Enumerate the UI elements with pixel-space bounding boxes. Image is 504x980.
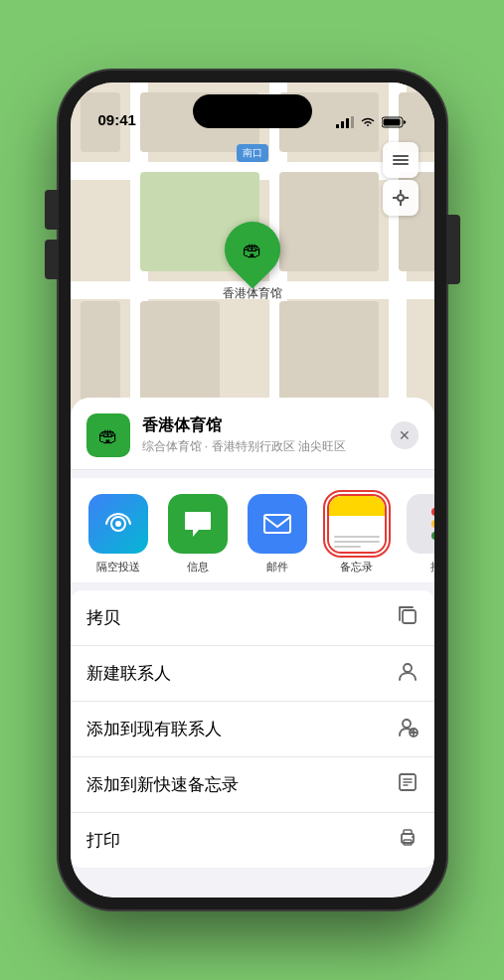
map-block (140, 301, 220, 401)
notes-icon (327, 494, 387, 554)
svg-rect-0 (336, 124, 339, 128)
share-item-mail[interactable]: 邮件 (246, 494, 309, 574)
copy-icon (397, 604, 419, 631)
power-button[interactable] (446, 215, 460, 284)
action-list: 拷贝 新建联系人 (71, 590, 434, 868)
notes-inner (329, 496, 385, 552)
map-layers-button[interactable] (383, 142, 419, 178)
svg-rect-6 (393, 155, 409, 157)
action-new-contact[interactable]: 新建联系人 (71, 646, 434, 702)
share-item-airdrop[interactable]: 隔空投送 (86, 494, 150, 574)
venue-logo: 🏟 (86, 413, 130, 457)
svg-rect-7 (393, 159, 409, 161)
battery-icon (382, 116, 407, 128)
svg-point-15 (115, 521, 121, 527)
action-print-label: 打印 (86, 829, 120, 852)
venue-info: 香港体育馆 综合体育馆 · 香港特别行政区 油尖旺区 (142, 415, 379, 455)
action-copy[interactable]: 拷贝 (71, 590, 434, 646)
mail-label: 邮件 (266, 560, 288, 574)
messages-icon (168, 494, 228, 554)
map-north-label: 南口 (237, 144, 268, 162)
volume-down-button[interactable] (45, 240, 59, 279)
svg-rect-3 (351, 116, 354, 128)
svg-rect-1 (341, 121, 344, 128)
svg-point-18 (404, 664, 412, 672)
wifi-icon (360, 116, 376, 128)
action-print[interactable]: 打印 (71, 813, 434, 868)
bottom-sheet: 🏟 香港体育馆 综合体育馆 · 香港特别行政区 油尖旺区 ✕ (71, 398, 434, 898)
action-add-quick-note[interactable]: 添加到新快速备忘录 (71, 757, 434, 813)
svg-rect-28 (404, 830, 412, 834)
print-icon (397, 827, 419, 854)
messages-label: 信息 (187, 560, 209, 574)
svg-rect-5 (383, 119, 400, 126)
action-add-existing-label: 添加到现有联系人 (86, 718, 222, 740)
svg-point-19 (403, 720, 411, 728)
stadium-pin[interactable]: 🏟 香港体育馆 (223, 222, 282, 302)
dynamic-island (193, 94, 312, 128)
airdrop-icon (88, 494, 148, 554)
phone-screen: 09:41 (71, 82, 434, 898)
volume-up-button[interactable] (45, 190, 59, 230)
status-icons (336, 116, 407, 128)
map-block (279, 301, 379, 401)
phone-frame: 09:41 (59, 71, 446, 909)
action-add-quick-note-label: 添加到新快速备忘录 (86, 773, 239, 796)
close-button[interactable]: ✕ (391, 421, 419, 449)
sheet-header: 🏟 香港体育馆 综合体育馆 · 香港特别行政区 油尖旺区 ✕ (71, 398, 434, 470)
svg-rect-16 (264, 515, 290, 533)
svg-rect-2 (346, 118, 349, 128)
map-block (279, 172, 379, 271)
share-item-notes[interactable]: 备忘录 (325, 494, 389, 574)
signal-icon (336, 116, 354, 128)
add-existing-contact-icon (397, 716, 419, 742)
map-block (81, 301, 120, 401)
share-item-messages[interactable]: 信息 (166, 494, 230, 574)
notes-label: 备忘录 (340, 560, 373, 574)
more-label: 推 (430, 560, 434, 574)
new-contact-icon (397, 660, 419, 687)
svg-rect-8 (393, 163, 409, 165)
location-button[interactable] (383, 180, 419, 216)
venue-description: 综合体育馆 · 香港特别行政区 油尖旺区 (142, 438, 379, 455)
quick-note-icon (397, 771, 419, 798)
map-controls (383, 142, 419, 216)
action-new-contact-label: 新建联系人 (86, 662, 171, 685)
share-row: 隔空投送 信息 (71, 478, 434, 582)
mail-icon (248, 494, 307, 554)
airdrop-label: 隔空投送 (96, 560, 140, 574)
svg-point-30 (412, 836, 414, 838)
action-copy-label: 拷贝 (86, 606, 120, 629)
action-add-existing-contact[interactable]: 添加到现有联系人 (71, 702, 434, 757)
svg-point-9 (398, 195, 404, 201)
stadium-pin-icon: 🏟 (213, 210, 291, 288)
share-item-more[interactable]: 推 (405, 494, 434, 574)
status-time: 09:41 (98, 111, 136, 128)
venue-name: 香港体育馆 (142, 415, 379, 436)
svg-rect-17 (403, 610, 416, 623)
more-icon (407, 494, 434, 554)
